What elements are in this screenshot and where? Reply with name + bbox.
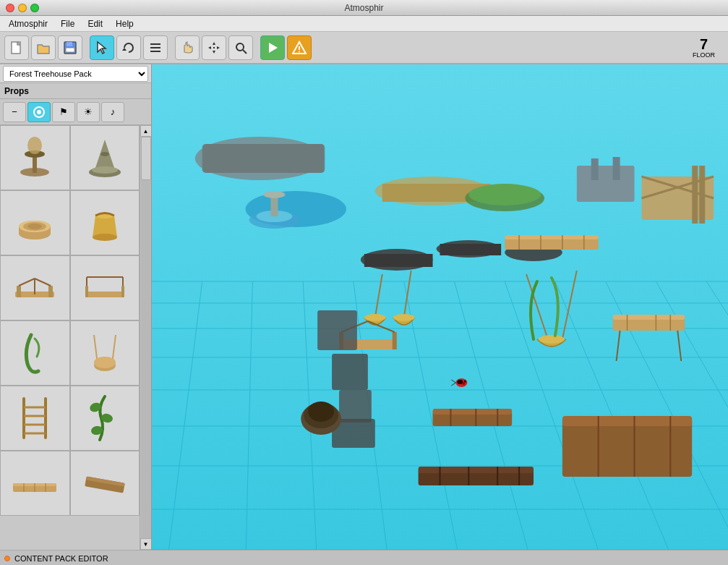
- svg-marker-4: [98, 42, 106, 54]
- svg-point-29: [100, 152, 109, 156]
- filter-sounds[interactable]: ♪: [101, 102, 124, 122]
- svg-rect-45: [85, 286, 88, 297]
- props-grid: [0, 125, 140, 550]
- save-button[interactable]: [58, 35, 82, 60]
- filter-bar: − ⚑ ☀ ♪: [0, 99, 151, 125]
- svg-line-15: [243, 50, 247, 54]
- svg-rect-137: [339, 390, 372, 422]
- svg-rect-94: [202, 144, 325, 173]
- grab-button[interactable]: [175, 35, 200, 60]
- svg-marker-12: [217, 46, 220, 49]
- svg-point-129: [539, 335, 565, 344]
- svg-rect-135: [317, 310, 357, 350]
- menu-help[interactable]: Help: [110, 17, 140, 30]
- filter-shapes[interactable]: [27, 102, 51, 122]
- svg-rect-105: [591, 158, 599, 180]
- canvas-area[interactable]: [152, 64, 728, 550]
- list-button[interactable]: [143, 35, 168, 60]
- maximize-button[interactable]: [30, 4, 39, 12]
- move-button[interactable]: [202, 35, 226, 60]
- svg-rect-104: [577, 166, 635, 202]
- svg-rect-46: [121, 286, 124, 297]
- prop-log-stump[interactable]: [0, 190, 70, 255]
- menu-atmosphir[interactable]: Atmosphir: [3, 17, 53, 30]
- svg-rect-2: [67, 42, 72, 46]
- svg-point-35: [27, 224, 42, 229]
- svg-point-28: [92, 166, 118, 174]
- svg-point-164: [462, 382, 465, 385]
- svg-marker-16: [269, 43, 278, 53]
- filter-lights[interactable]: ☀: [77, 102, 100, 122]
- rotate-button[interactable]: [116, 35, 141, 60]
- floor-display: 7 FLOOR: [684, 35, 724, 60]
- svg-marker-9: [213, 42, 215, 45]
- play-button[interactable]: [260, 35, 285, 60]
- svg-rect-8: [150, 51, 160, 52]
- svg-point-170: [308, 402, 334, 422]
- prop-table-lamp[interactable]: [0, 125, 70, 190]
- props-grid-container: ▲ ▼: [0, 125, 151, 550]
- prop-vine-hook[interactable]: [0, 320, 70, 386]
- svg-point-163: [457, 380, 463, 384]
- menu-edit[interactable]: Edit: [82, 17, 108, 30]
- scroll-track[interactable]: [141, 137, 151, 538]
- svg-rect-136: [332, 354, 368, 390]
- svg-rect-140: [613, 315, 685, 320]
- svg-marker-10: [213, 51, 215, 54]
- svg-point-103: [468, 184, 541, 205]
- warning-button[interactable]: [287, 35, 312, 60]
- svg-rect-113: [364, 254, 433, 267]
- prop-ornate-base[interactable]: [70, 125, 140, 190]
- prop-rope-swing[interactable]: [70, 320, 140, 386]
- svg-rect-152: [419, 467, 534, 473]
- svg-rect-106: [613, 157, 620, 180]
- prop-bucket[interactable]: [70, 190, 140, 255]
- prop-vines[interactable]: [70, 386, 140, 451]
- svg-rect-110: [692, 166, 698, 224]
- filter-flags[interactable]: ⚑: [52, 102, 75, 122]
- minimize-button[interactable]: [18, 4, 27, 12]
- svg-marker-5: [122, 48, 127, 51]
- svg-rect-40: [48, 286, 53, 297]
- floor-number: 7: [690, 37, 718, 51]
- select-button[interactable]: [90, 35, 114, 60]
- svg-rect-158: [562, 416, 692, 426]
- svg-rect-6: [150, 43, 160, 45]
- svg-point-126: [393, 314, 415, 321]
- prop-wood-plank-b[interactable]: [70, 451, 140, 516]
- svg-point-14: [236, 43, 244, 51]
- svg-rect-13: [213, 47, 215, 48]
- svg-rect-157: [562, 419, 692, 477]
- bottom-bar-label: CONTENT PACK EDITOR: [14, 554, 108, 563]
- floor-label: FLOOR: [690, 51, 718, 59]
- svg-rect-132: [393, 332, 397, 349]
- title-bar: Atmosphir: [0, 0, 728, 16]
- svg-rect-115: [440, 244, 502, 255]
- sidebar: Forest Treehouse Pack Basic Pack Medieva…: [0, 64, 152, 550]
- svg-point-53: [94, 357, 116, 368]
- zoom-button[interactable]: [228, 35, 253, 60]
- prop-bridge-b[interactable]: [70, 255, 140, 320]
- scroll-down[interactable]: ▼: [140, 538, 152, 550]
- status-indicator: [4, 556, 10, 561]
- svg-line-41: [19, 279, 35, 286]
- main-layout: Forest Treehouse Pack Basic Pack Medieva…: [0, 64, 728, 550]
- svg-rect-3: [66, 48, 74, 52]
- svg-point-165: [464, 381, 466, 383]
- new-button[interactable]: [4, 35, 29, 60]
- scroll-thumb[interactable]: [141, 137, 151, 180]
- prop-ladder[interactable]: [0, 386, 70, 451]
- window-controls[interactable]: [6, 4, 39, 12]
- svg-point-25: [27, 137, 42, 154]
- filter-all[interactable]: −: [3, 102, 26, 122]
- scroll-up[interactable]: ▲: [140, 125, 152, 137]
- svg-point-99: [263, 191, 285, 198]
- svg-point-37: [93, 234, 117, 241]
- open-button[interactable]: [31, 35, 56, 60]
- close-button[interactable]: [6, 4, 14, 12]
- prop-wood-plank-a[interactable]: [0, 451, 70, 516]
- svg-rect-147: [433, 409, 513, 415]
- prop-bridge-a[interactable]: [0, 255, 70, 320]
- pack-dropdown[interactable]: Forest Treehouse Pack Basic Pack Medieva…: [3, 66, 148, 82]
- menu-file[interactable]: File: [55, 17, 80, 30]
